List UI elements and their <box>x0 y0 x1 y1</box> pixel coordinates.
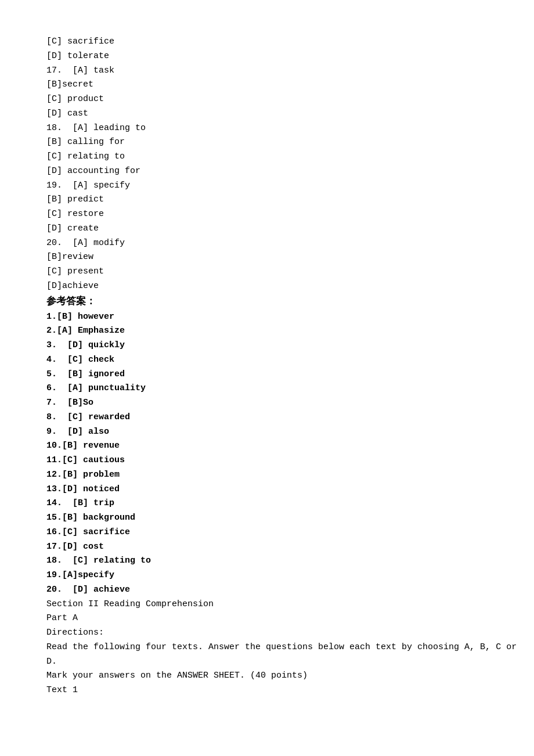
text-line-44: Mark your answers on the ANSWER SHEET. (… <box>46 669 488 683</box>
text-line-35: 17.[D] cost <box>46 540 488 555</box>
text-line-18: 参考答案： <box>46 294 488 310</box>
main-content: [C] sacrifice[D] tolerate17. [A] task[B]… <box>46 35 488 698</box>
text-line-29: 11.[C] cautious <box>46 453 488 468</box>
text-line-20: 2.[A] Emphasize <box>46 324 488 339</box>
text-line-27: 9. [D] also <box>46 425 488 440</box>
text-line-31: 13.[D] noticed <box>46 483 488 497</box>
text-line-6: 18. [A] leading to <box>46 121 488 136</box>
text-line-8: [C] relating to <box>46 150 488 164</box>
text-line-42: Read the following four texts. Answer th… <box>46 640 488 655</box>
text-line-3: [B]secret <box>46 78 488 92</box>
text-line-5: [D] cast <box>46 107 488 121</box>
text-line-19: 1.[B] however <box>46 310 488 325</box>
text-line-13: [D] create <box>46 222 488 236</box>
text-line-39: Section II Reading Comprehension <box>46 597 488 612</box>
text-line-30: 12.[B] problem <box>46 468 488 483</box>
text-line-41: Directions: <box>46 626 488 640</box>
text-line-10: 19. [A] specify <box>46 179 488 193</box>
text-line-16: [C] present <box>46 265 488 279</box>
text-line-21: 3. [D] quickly <box>46 339 488 353</box>
text-line-38: 20. [D] achieve <box>46 583 488 597</box>
text-line-14: 20. [A] modify <box>46 236 488 251</box>
text-line-24: 6. [A] punctuality <box>46 381 488 396</box>
text-line-43: D. <box>46 655 488 669</box>
text-line-40: Part A <box>46 611 488 626</box>
text-line-17: [D]achieve <box>46 279 488 294</box>
text-line-23: 5. [B] ignored <box>46 368 488 382</box>
text-line-37: 19.[A]specify <box>46 568 488 583</box>
text-line-9: [D] accounting for <box>46 164 488 179</box>
text-line-1: [D] tolerate <box>46 49 488 64</box>
text-line-26: 8. [C] rewarded <box>46 411 488 425</box>
text-line-22: 4. [C] check <box>46 353 488 368</box>
text-line-34: 16.[C] sacrifice <box>46 525 488 540</box>
text-line-28: 10.[B] revenue <box>46 439 488 453</box>
text-line-32: 14. [B] trip <box>46 496 488 511</box>
text-line-25: 7. [B]So <box>46 396 488 411</box>
text-line-33: 15.[B] background <box>46 511 488 525</box>
text-line-36: 18. [C] relating to <box>46 554 488 568</box>
text-line-7: [B] calling for <box>46 135 488 150</box>
text-line-0: [C] sacrifice <box>46 35 488 49</box>
text-line-15: [B]review <box>46 250 488 265</box>
text-line-12: [C] restore <box>46 207 488 222</box>
text-line-2: 17. [A] task <box>46 64 488 78</box>
text-line-11: [B] predict <box>46 193 488 207</box>
text-line-45: Text 1 <box>46 683 488 698</box>
text-line-4: [C] product <box>46 92 488 107</box>
